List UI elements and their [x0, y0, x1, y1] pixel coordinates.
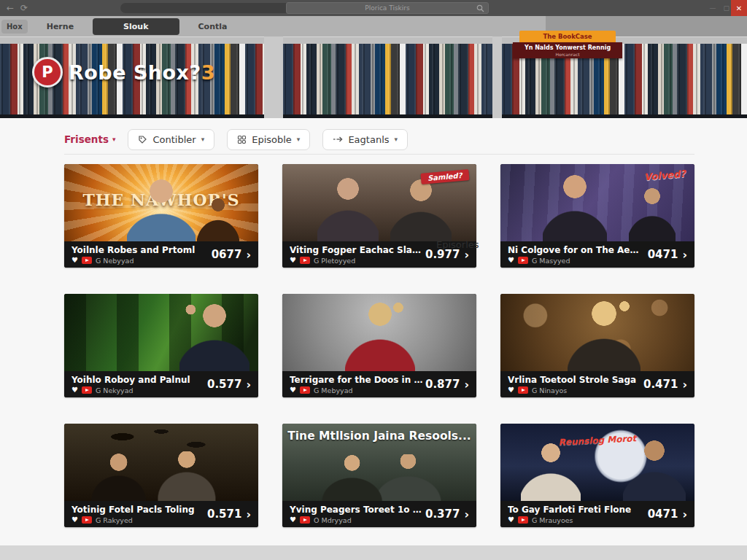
episode-card[interactable]: THE NAWHOR'S Yoilnle Robes and Prtoml ♥ … — [64, 164, 258, 268]
episode-meta-row: ♥ G Ninayos — [508, 386, 636, 394]
chevron-right-icon[interactable]: › — [246, 508, 251, 521]
episode-title: Viting Fogper Eachac Slagae — [290, 245, 425, 255]
episode-thumbnail[interactable] — [64, 294, 258, 371]
episode-grid: THE NAWHOR'S Yoilnle Robes and Prtoml ♥ … — [64, 164, 694, 527]
chevron-down-icon: ▾ — [201, 136, 205, 143]
episode-card[interactable]: Reunslog Morot To Gay Farloti Freti Flon… — [500, 424, 694, 527]
episode-text-block: Vrlina Toetool Strole Saga ♥ G Ninayos — [508, 375, 636, 394]
divider-line — [64, 154, 694, 155]
nav-tab-herne[interactable]: Herne — [36, 19, 84, 34]
episode-meta-row: ♥ G Mrauyoes — [508, 516, 631, 524]
episode-thumbnail[interactable] — [64, 424, 258, 501]
chevron-right-icon[interactable]: › — [464, 378, 469, 392]
logo-accent: 3 — [201, 61, 215, 84]
shelf-badge: The BookCase Yn Nalds Yonwerst Rennig Ho… — [513, 31, 622, 58]
filter-button-contibler[interactable]: Contibler ▾ — [128, 129, 214, 150]
episode-title: Yotinig Fotel Pacls Toling — [71, 505, 195, 515]
episode-thumbnail[interactable] — [282, 294, 476, 371]
chevron-right-icon[interactable]: › — [464, 508, 469, 521]
heart-icon[interactable]: ♥ — [508, 516, 514, 524]
nav-tab-hox[interactable]: Hox — [1, 20, 28, 34]
episode-thumbnail[interactable]: Reunslog Morot — [500, 424, 694, 501]
episode-duration-block: 0.577 › — [207, 378, 251, 392]
filter-button-episoble[interactable]: Episoble ▾ — [227, 129, 310, 150]
chevron-right-icon[interactable]: › — [682, 508, 687, 521]
heart-icon[interactable]: ♥ — [290, 516, 296, 524]
heart-icon[interactable]: ♥ — [508, 386, 514, 394]
chevron-right-icon[interactable]: › — [246, 248, 251, 262]
episode-text-block: Yoihlo Roboy and Palnul ♥ G Nekyyad — [71, 375, 190, 394]
tag-icon — [138, 135, 147, 144]
episode-duration: 0.471 — [643, 378, 678, 391]
episode-text-block: To Gay Farloti Freti Flone ♥ G Mrauyoes — [508, 505, 631, 524]
episode-author: G Mrauyoes — [532, 516, 573, 524]
thumbnail-badge: Samled? — [421, 169, 470, 184]
episode-duration-block: 0471 › — [648, 508, 687, 521]
episode-card[interactable]: Yotinig Fotel Pacls Toling ♥ G Rakyyed 0… — [64, 424, 258, 527]
chevron-right-icon[interactable]: › — [682, 248, 687, 262]
presets-label: Frisents — [64, 133, 109, 145]
episode-thumbnail[interactable] — [500, 294, 694, 371]
episode-meta-row: ♥ G Masyyed — [508, 257, 643, 265]
episode-duration: 0677 — [212, 248, 242, 261]
browser-tab[interactable] — [120, 3, 292, 13]
address-search-input[interactable]: Plorica Tiskirs — [286, 2, 489, 14]
episode-card[interactable]: Samled? Viting Fogper Eachac Slagae ♥ G … — [282, 164, 476, 268]
chevron-down-icon: ▾ — [297, 136, 301, 143]
heart-icon[interactable]: ♥ — [71, 257, 78, 264]
heart-icon[interactable]: ♥ — [71, 516, 78, 524]
heart-icon[interactable]: ♥ — [71, 386, 78, 394]
heart-icon[interactable]: ♥ — [508, 257, 514, 264]
thumbnail-badge: Volved? — [644, 168, 686, 183]
episode-author: O Mdryyad — [314, 516, 352, 524]
episode-duration-block: 0.571 › — [207, 508, 251, 521]
arrow-right-icon — [333, 136, 343, 143]
episode-thumbnail[interactable]: Volved? — [500, 164, 694, 241]
episode-card[interactable]: Volved? Ni Colgove for on The Aeation ♥ … — [500, 164, 694, 268]
show-logo: P Robe Shox?3 — [32, 57, 215, 88]
episode-meta-row: ♥ G Pletoyyed — [290, 257, 425, 265]
minimize-icon[interactable]: — — [709, 4, 716, 12]
filter-button-eagtanls[interactable]: Eagtanls ▾ — [322, 129, 408, 150]
episode-meta-row: ♥ G Nebyyad — [71, 257, 195, 265]
episode-thumbnail[interactable]: Samled? — [282, 164, 476, 241]
episode-author: G Nekyyad — [96, 386, 133, 394]
nav-tab-contla[interactable]: Contla — [188, 19, 238, 34]
heart-icon[interactable]: ♥ — [290, 257, 296, 264]
episode-duration-block: 0471 › — [648, 248, 687, 262]
episode-info-bar: Yoilnle Robes and Prtoml ♥ G Nebyyad 067… — [64, 241, 258, 268]
play-badge-icon — [518, 386, 528, 394]
bookshelf-panel — [283, 36, 492, 118]
back-icon[interactable]: ← — [7, 3, 14, 13]
shelf-badge-subtitle: Yn Nalds Yonwerst Rennig Horcanract — [513, 42, 622, 58]
episode-duration-block: 0.471 › — [643, 378, 687, 392]
episode-info-bar: Terrigare for the Doos in Grad ♥ G Mebyy… — [282, 371, 476, 397]
episode-thumbnail[interactable]: Tine Mtllsion Jaina Resools... — [282, 424, 476, 501]
episode-card[interactable]: Yoihlo Roboy and Palnul ♥ G Nekyyad 0.57… — [64, 294, 258, 397]
chevron-right-icon[interactable]: › — [682, 378, 687, 392]
episode-title: Yoihlo Roboy and Palnul — [71, 375, 190, 385]
chevron-right-icon[interactable]: › — [246, 378, 251, 392]
reload-icon[interactable]: ⟳ — [20, 3, 28, 13]
close-button[interactable]: ✕ — [731, 0, 747, 16]
episode-meta-row: ♥ G Mebyyad — [290, 386, 425, 394]
filter-label: Contibler — [152, 134, 196, 145]
presets-dropdown[interactable]: Frisents ▾ — [64, 133, 115, 145]
episode-meta-row: ♥ G Nekyyad — [71, 386, 190, 394]
shelf-badge-caption: Horcanract — [514, 52, 621, 57]
play-badge-icon — [300, 386, 310, 394]
episode-card[interactable]: Vrlina Toetool Strole Saga ♥ G Ninayos 0… — [500, 294, 694, 397]
episode-thumbnail[interactable]: THE NAWHOR'S — [64, 164, 258, 241]
episode-card[interactable]: Tine Mtllsion Jaina Resools... Yving Pea… — [282, 424, 476, 527]
episode-author: G Pletoyyed — [314, 257, 355, 265]
heart-icon[interactable]: ♥ — [290, 386, 296, 394]
search-text: Plorica Tiskirs — [365, 4, 409, 12]
episode-duration: 0.877 — [425, 378, 460, 391]
episode-title: Yoilnle Robes and Prtoml — [71, 245, 195, 255]
episode-duration: 0.377 — [425, 508, 460, 521]
nav-tab-slouk-active[interactable]: Slouk — [93, 18, 179, 35]
episode-card[interactable]: Terrigare for the Doos in Grad ♥ G Mebyy… — [282, 294, 476, 397]
maximize-icon[interactable]: ▢ — [723, 4, 729, 12]
episode-duration: 0.571 — [207, 508, 241, 521]
play-badge-icon — [82, 386, 92, 394]
